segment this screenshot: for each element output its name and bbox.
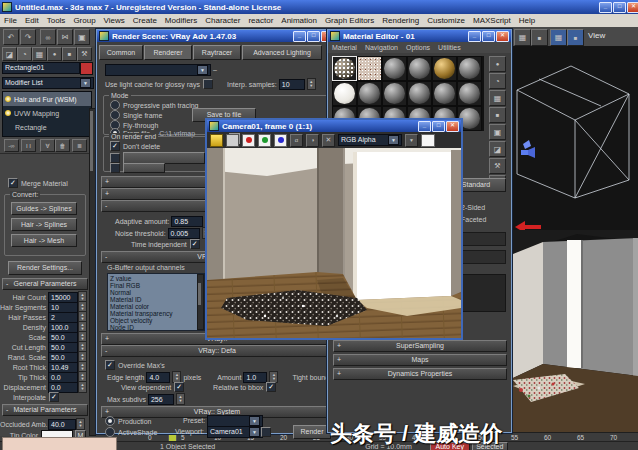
list-item[interactable]: Object velocity [110, 317, 202, 324]
pin-stack-icon[interactable]: -∞ [4, 139, 19, 152]
show-end-result-icon[interactable]: I I [21, 139, 36, 152]
panel-scrollbar[interactable] [89, 108, 96, 436]
close-icon[interactable]: ✕ [627, 2, 638, 13]
viewport[interactable] [512, 46, 638, 432]
menu-material[interactable]: Material [328, 44, 361, 51]
red-channel-icon[interactable] [242, 134, 255, 147]
tab-renderer[interactable]: Renderer [144, 45, 192, 60]
configure-modifier-sets-icon[interactable]: ≣ [72, 139, 87, 152]
material-slot-fur[interactable] [332, 56, 357, 81]
minimize-icon[interactable]: _ [418, 121, 431, 132]
menu-animation[interactable]: Animation [277, 16, 321, 25]
bind-spacewarp-icon[interactable] [74, 29, 90, 45]
root-color-swatch[interactable] [2, 437, 117, 450]
tab-modify-icon[interactable] [17, 47, 32, 61]
view-dependent-checkbox[interactable] [174, 382, 184, 392]
minimize-icon[interactable]: _ [599, 2, 612, 13]
list-item[interactable]: Final RGB [110, 282, 202, 289]
hair-to-splines-button[interactable]: Hair -> Splines [11, 218, 77, 231]
menu-views[interactable]: Views [100, 16, 129, 25]
menu-navigation[interactable]: Navigation [361, 44, 402, 51]
redo-icon[interactable] [20, 29, 36, 45]
material-options-icon[interactable] [489, 158, 506, 174]
material-parameters-rollout[interactable]: -Material Parameters [2, 404, 88, 416]
menu-tools[interactable]: Tools [43, 16, 70, 25]
monochrome-icon[interactable]: ◑ [306, 134, 319, 147]
maximize-icon[interactable]: □ [482, 31, 495, 42]
dont-delete-checkbox[interactable] [110, 141, 120, 151]
tab-common[interactable]: Common [99, 45, 143, 60]
select-link-icon[interactable] [40, 29, 56, 45]
material-slot-speckle-map[interactable] [357, 56, 382, 81]
maps-rollout[interactable]: +Maps [333, 354, 507, 366]
lightbulb-icon[interactable] [5, 110, 11, 116]
unlink-icon[interactable] [57, 29, 73, 45]
material-slot-gold[interactable] [432, 56, 457, 81]
spinner[interactable] [307, 78, 316, 90]
list-scrollbar[interactable] [197, 274, 204, 330]
vray-displacement-rollout[interactable]: -VRay:: Defa [101, 345, 333, 357]
list-item[interactable]: Material ID [110, 296, 202, 303]
view-dropdown[interactable]: View [588, 31, 605, 40]
mode-single-frame-radio[interactable] [110, 110, 120, 120]
menu-maxscript[interactable]: MAXScript [469, 16, 515, 25]
viewport-lock-checkbox[interactable] [261, 427, 271, 437]
displacement-field[interactable]: 0.0 [48, 382, 78, 393]
menu-help[interactable]: Help [515, 16, 539, 25]
material-slot-white[interactable] [332, 81, 357, 106]
list-item[interactable]: Node ID [110, 324, 202, 331]
spinner[interactable] [78, 381, 87, 393]
override-checkbox[interactable] [105, 360, 115, 370]
list-item[interactable]: Normal [110, 289, 202, 296]
noise-threshold-field[interactable]: 0.005 [168, 228, 200, 239]
clear-icon[interactable] [322, 134, 335, 147]
switch-to-saved-checkbox[interactable] [110, 163, 120, 173]
material-slot[interactable] [382, 56, 407, 81]
production-radio[interactable] [105, 416, 115, 426]
backlight-icon[interactable] [489, 73, 506, 89]
render-settings-button[interactable]: Render Settings... [8, 261, 82, 275]
merge-material-checkbox[interactable] [8, 178, 18, 188]
list-item[interactable]: Material transparency [110, 310, 202, 317]
save-icon[interactable] [210, 134, 223, 147]
make-unique-icon[interactable]: ∀ [40, 139, 55, 152]
remove-modifier-icon[interactable]: 🗑 [55, 139, 70, 152]
lightbulb-icon[interactable] [5, 96, 11, 102]
tab-motion-icon[interactable] [47, 47, 62, 61]
list-item[interactable]: Material color [110, 303, 202, 310]
tab-create-icon[interactable] [2, 47, 17, 61]
guides-to-splines-button[interactable]: Guides -> Splines [11, 202, 77, 215]
maximize-icon[interactable]: □ [307, 31, 320, 42]
mirror-icon[interactable] [514, 29, 531, 46]
minimize-icon[interactable]: _ [293, 31, 306, 42]
menu-edit[interactable]: Edit [21, 16, 43, 25]
material-slot[interactable] [407, 81, 432, 106]
render-dialog-titlebar[interactable]: Render Scene: VRay Adv 1.47.03 _ □ ✕ [97, 30, 336, 42]
list-item[interactable]: Z value [110, 275, 202, 282]
spinner[interactable] [76, 418, 85, 430]
glossy-rays-checkbox[interactable] [203, 79, 213, 89]
switch-to-saved-button[interactable] [123, 163, 165, 173]
material-slot[interactable] [407, 56, 432, 81]
tab-hierarchy-icon[interactable] [32, 47, 47, 61]
menu-graph-editors[interactable]: Graph Editors [321, 16, 378, 25]
render-frame-titlebar[interactable]: Camera01, frame 0 (1:1) _ □ ✕ [207, 120, 461, 132]
time-independent-checkbox[interactable] [190, 239, 200, 249]
general-parameters-rollout[interactable]: -General Parameters [2, 278, 88, 290]
sample-tiling-icon[interactable] [489, 107, 506, 123]
supersampling-rollout[interactable]: +SuperSampling [333, 340, 507, 352]
object-color-swatch[interactable] [80, 62, 93, 75]
menu-customize[interactable]: Customize [423, 16, 469, 25]
material-slot[interactable] [457, 56, 482, 81]
material-slot[interactable] [457, 81, 482, 106]
minimize-icon[interactable]: _ [468, 31, 481, 42]
mode-progressive-radio[interactable] [110, 100, 120, 110]
menu-rendering[interactable]: Rendering [378, 16, 423, 25]
align-icon[interactable] [531, 29, 548, 46]
curve-editor-icon[interactable] [550, 29, 567, 46]
material-slot[interactable] [432, 81, 457, 106]
background-icon[interactable] [489, 90, 506, 106]
menu-utilities[interactable]: Utilities [434, 44, 465, 51]
camera-gizmo[interactable] [521, 140, 535, 158]
maximize-icon[interactable]: □ [432, 121, 445, 132]
